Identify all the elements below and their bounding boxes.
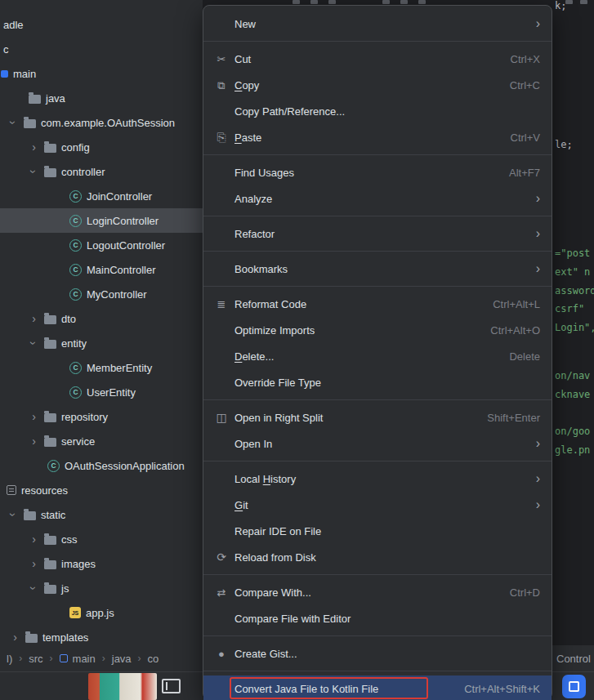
- tree-item-config[interactable]: config: [0, 135, 203, 159]
- breadcrumb-item-right[interactable]: Control: [556, 645, 591, 671]
- tree-item-repository[interactable]: repository: [0, 404, 203, 429]
- chevron-down-icon[interactable]: [8, 509, 19, 520]
- menu-item-refactor[interactable]: Refactor: [203, 221, 552, 247]
- tree-item-label: css: [61, 533, 78, 546]
- folder-icon: [44, 413, 56, 422]
- menu-item-optimize-imports[interactable]: Optimize Imports Ctrl+Alt+O: [203, 317, 552, 343]
- tree-item-gradle[interactable]: adle: [0, 12, 203, 37]
- chevron-down-icon[interactable]: [29, 337, 39, 349]
- tree-item-c[interactable]: c: [0, 37, 203, 61]
- tree-item-static[interactable]: static: [0, 502, 203, 527]
- menu-item-analyze[interactable]: Analyze: [203, 185, 552, 212]
- tree-item-joincontroller[interactable]: JoinController: [0, 184, 203, 208]
- menu-item-open-in-right-split[interactable]: Open in Right Split Shift+Enter: [203, 404, 552, 430]
- menu-item-shortcut: Ctrl+Alt+L: [493, 298, 540, 310]
- tree-item-label: controller: [61, 166, 105, 178]
- tree-item-label: entity: [61, 337, 87, 350]
- menu-item-compare-with[interactable]: Compare With... Ctrl+D: [203, 579, 552, 605]
- menu-item-label: Convert Java File to Kotlin File: [234, 683, 378, 695]
- submenu-arrow-icon: [536, 227, 540, 240]
- tree-item-logincontroller[interactable]: LoginController: [0, 208, 203, 233]
- chevron-right-icon[interactable]: [29, 435, 39, 447]
- chevron-down-icon[interactable]: [29, 582, 39, 594]
- folder-icon: [25, 634, 38, 643]
- menu-item-git[interactable]: Git: [203, 492, 552, 518]
- tree-item-package-root[interactable]: com.example.OAuthSession: [0, 110, 203, 135]
- tree-item-memberentity[interactable]: MemberEntity: [0, 355, 203, 380]
- menu-item-shortcut: Ctrl+Alt+Shift+K: [464, 683, 540, 695]
- menu-item-repair-ide[interactable]: Repair IDE on File: [203, 518, 552, 544]
- tree-item-appjs[interactable]: app.js: [0, 600, 203, 625]
- chevron-right-icon[interactable]: [10, 631, 20, 643]
- menu-item-cut[interactable]: Cut Ctrl+X: [203, 46, 552, 72]
- menu-item-paste[interactable]: Paste Ctrl+V: [203, 124, 552, 150]
- menu-separator: [203, 216, 552, 216]
- menu-item-shortcut: Shift+Enter: [487, 412, 540, 424]
- menu-separator: [203, 286, 552, 287]
- menu-item-new[interactable]: New: [203, 11, 552, 37]
- breadcrumb-item[interactable]: src: [29, 653, 42, 665]
- tree-item-main[interactable]: main: [0, 61, 203, 86]
- tree-item-resources[interactable]: resources: [0, 478, 203, 502]
- tree-item-maincontroller[interactable]: MainController: [0, 257, 203, 282]
- paste-icon: [213, 132, 230, 143]
- menu-item-label: Reload from Disk: [234, 551, 316, 564]
- tree-item-dto[interactable]: dto: [0, 306, 203, 331]
- tree-item-js[interactable]: js: [0, 576, 203, 600]
- breadcrumb-item[interactable]: l): [7, 653, 12, 665]
- menu-item-bookmarks[interactable]: Bookmarks: [203, 256, 552, 282]
- menu-item-find-usages[interactable]: Find Usages Alt+F7: [203, 159, 552, 185]
- chevron-right-icon[interactable]: [29, 313, 39, 324]
- breadcrumb-item[interactable]: co: [148, 653, 159, 665]
- menu-item-override-file-type[interactable]: Override File Type: [203, 369, 552, 395]
- menu-item-label: Compare File with Editor: [234, 613, 351, 625]
- tree-item-templates[interactable]: templates: [0, 625, 203, 647]
- chevron-down-icon[interactable]: [29, 166, 39, 177]
- menu-item-label: Local History: [234, 473, 296, 485]
- chevron-right-icon[interactable]: [29, 411, 39, 422]
- tree-item-java[interactable]: java: [0, 86, 203, 110]
- submenu-arrow-icon: [536, 17, 540, 30]
- device-icon[interactable]: [162, 679, 181, 693]
- menu-item-copy[interactable]: Copy Ctrl+C: [203, 72, 552, 98]
- code-fragment: csrf": [555, 303, 584, 314]
- tree-item-css[interactable]: css: [0, 527, 203, 551]
- chevron-right-icon[interactable]: [29, 533, 39, 545]
- tree-item-userentity[interactable]: UserEntity: [0, 380, 203, 404]
- submenu-arrow-icon: [536, 192, 540, 205]
- tree-item-controller[interactable]: controller: [0, 159, 203, 184]
- tree-item-application-class[interactable]: OAuthSessionApplication: [0, 453, 203, 478]
- tree-item-label: templates: [42, 631, 88, 644]
- tree-item-label: MyController: [87, 288, 147, 301]
- tree-item-service[interactable]: service: [0, 429, 203, 453]
- menu-separator: [203, 461, 552, 461]
- menu-item-compare-file-with-editor[interactable]: Compare File with Editor: [203, 605, 552, 631]
- breadcrumb-item[interactable]: main: [60, 653, 96, 665]
- menu-item-delete[interactable]: Delete... Delete: [203, 343, 552, 369]
- menu-item-convert-java-to-kotlin[interactable]: Convert Java File to Kotlin File Ctrl+Al…: [203, 675, 552, 700]
- tree-item-label: js: [61, 582, 69, 595]
- menu-item-copy-path[interactable]: Copy Path/Reference...: [203, 98, 552, 124]
- menu-item-label: Open In: [234, 438, 272, 450]
- tree-item-label: service: [61, 435, 95, 448]
- menu-item-reload-from-disk[interactable]: Reload from Disk: [203, 544, 552, 570]
- menu-item-local-history[interactable]: Local History: [203, 466, 552, 492]
- editor-area[interactable]: k; le; ="post ext" n assword csrf" Login…: [552, 0, 594, 645]
- plugin-icon[interactable]: [562, 675, 586, 698]
- tree-item-logoutcontroller[interactable]: LogoutController: [0, 233, 203, 257]
- breadcrumb-item[interactable]: java: [112, 653, 132, 665]
- folder-icon: [44, 438, 56, 447]
- tree-item-images[interactable]: images: [0, 551, 203, 576]
- breadcrumb-separator-icon: ›: [102, 653, 105, 664]
- chevron-right-icon[interactable]: [29, 141, 39, 153]
- menu-item-reformat-code[interactable]: Reformat Code Ctrl+Alt+L: [203, 291, 552, 317]
- chevron-down-icon[interactable]: [8, 117, 19, 128]
- tree-item-mycontroller[interactable]: MyController: [0, 282, 203, 306]
- folder-icon: [44, 340, 56, 349]
- menu-separator: [203, 399, 552, 400]
- menu-item-create-gist[interactable]: Create Gist...: [203, 640, 552, 667]
- chevron-right-icon[interactable]: [29, 558, 39, 569]
- menu-item-open-in[interactable]: Open In: [203, 430, 552, 457]
- toolbar-icon: [310, 0, 318, 4]
- tree-item-entity[interactable]: entity: [0, 331, 203, 355]
